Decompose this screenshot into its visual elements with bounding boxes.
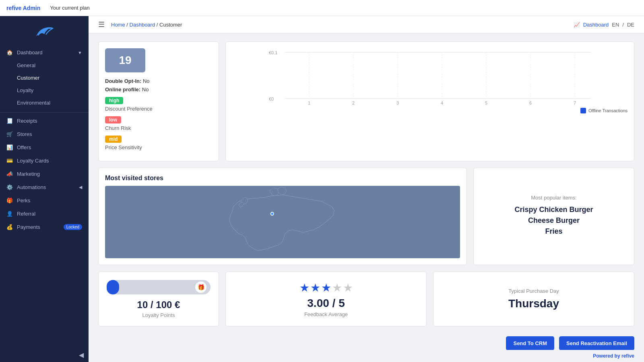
bottom-row: 🎁 10 / 100 € Loyalty Points ★ ★ ★ ★ ★ 3.… (98, 272, 634, 327)
popular-label: Most popular items: (531, 195, 576, 201)
topbar: refive Admin Your current plan (0, 0, 644, 16)
lang-separator: EN (612, 22, 619, 28)
chart-card: €0.1 €0 1 2 3 4 5 6 7 (225, 41, 634, 161)
star-4: ★ (332, 281, 342, 294)
purchase-day-label: Typical Purchase Day (508, 288, 559, 294)
powered-by-brand: refive (621, 353, 634, 359)
sidebar-item-customer[interactable]: Customer (0, 72, 89, 84)
loyalty-cards-icon: 💳 (6, 158, 13, 164)
topbar-plan: Your current plan (50, 5, 90, 11)
chart-legend: Offline Transactions (232, 108, 627, 113)
breadcrumb-dashboard[interactable]: Dashboard (130, 22, 155, 28)
sidebar-label-automations: Automations (17, 184, 46, 190)
send-reactivation-button[interactable]: Send Reactivation Email (559, 336, 634, 350)
automations-icon: ⚙️ (6, 184, 13, 190)
receipts-icon: 🧾 (6, 118, 13, 124)
hamburger-icon[interactable]: ☰ (98, 20, 105, 29)
sidebar-item-payments[interactable]: 💰 Payments Locked (0, 220, 89, 234)
header-dashboard-link[interactable]: Dashboard (583, 22, 609, 28)
svg-text:2: 2 (352, 101, 355, 105)
loyalty-points-value: 10 / 100 € (137, 299, 180, 311)
purchase-day-value: Thursday (508, 297, 559, 310)
online-profile-row: Online profile: No (105, 86, 212, 93)
svg-text:5: 5 (485, 101, 487, 105)
top-row: 19 Double Opt-In: No Online profile: No … (98, 41, 634, 161)
sidebar-label-perks: Perks (17, 197, 30, 204)
loyalty-gift-icon: 🎁 (195, 282, 206, 293)
price-label: Price Sensitivity (105, 144, 212, 150)
customer-info-card: 19 Double Opt-In: No Online profile: No … (98, 41, 219, 161)
feedback-score: 3.00 / 5 (307, 297, 345, 310)
sidebar-item-offers[interactable]: 📊 Offers (0, 141, 89, 154)
breadcrumb-home[interactable]: Home (111, 22, 125, 28)
star-1: ★ (299, 281, 310, 294)
marketing-icon: 📣 (6, 171, 13, 177)
send-to-crm-button[interactable]: Send To CRM (506, 336, 554, 350)
header-right: 📈 Dashboard EN / DE (574, 22, 634, 28)
svg-text:€0: €0 (269, 97, 274, 101)
svg-text:€0.1: €0.1 (269, 50, 277, 55)
map-container (105, 186, 460, 258)
feedback-card: ★ ★ ★ ★ ★ 3.00 / 5 Feedback Average (225, 272, 427, 327)
sidebar-section-dashboard: 🏠 Dashboard ▼ General Customer Loyalty E… (0, 44, 89, 111)
sidebar-label-loyalty-cards: Loyalty Cards (17, 158, 49, 164)
star-2: ★ (310, 281, 320, 294)
chart-area: €0.1 €0 1 2 3 4 5 6 7 (232, 48, 627, 113)
chevron-down-icon: ▼ (78, 50, 82, 55)
sidebar-item-general[interactable]: General (0, 59, 89, 72)
dashboard-icon: 🏠 (6, 49, 13, 56)
sidebar-item-marketing[interactable]: 📣 Marketing (0, 167, 89, 181)
star-3: ★ (321, 281, 331, 294)
sidebar-item-referral[interactable]: 👤 Referral (0, 207, 89, 220)
logo-icon (32, 24, 56, 40)
double-opt-in-row: Double Opt-In: No (105, 78, 212, 84)
svg-text:1: 1 (308, 101, 310, 105)
sidebar-item-loyalty[interactable]: Loyalty (0, 84, 89, 97)
svg-text:7: 7 (574, 101, 576, 105)
sidebar-label-marketing: Marketing (17, 171, 40, 177)
svg-text:4: 4 (441, 101, 443, 105)
sidebar-item-environmental[interactable]: Environmental (0, 97, 89, 109)
sidebar-item-dashboard[interactable]: 🏠 Dashboard ▼ (0, 46, 89, 59)
loyalty-slider: 🎁 (107, 280, 211, 294)
churn-badge: low (105, 116, 121, 123)
sidebar-item-stores[interactable]: 🛒 Stores (0, 128, 89, 141)
legend-label: Offline Transactions (588, 108, 627, 113)
loyalty-points-card: 🎁 10 / 100 € Loyalty Points (98, 272, 219, 327)
main-content: 19 Double Opt-In: No Online profile: No … (89, 33, 644, 350)
payments-badge: Locked (64, 224, 82, 230)
discount-badge: high (105, 97, 123, 104)
sidebar-label-referral: Referral (17, 211, 35, 217)
svg-point-18 (270, 212, 274, 216)
purchase-day-card: Typical Purchase Day Thursday (433, 272, 634, 327)
discount-label: Discount Preference (105, 106, 212, 112)
chart-svg: €0.1 €0 1 2 3 4 5 6 7 (232, 48, 627, 105)
chart-icon: 📈 (574, 22, 580, 28)
sidebar-collapse[interactable]: ◀ (0, 348, 89, 362)
loyalty-points-label: Loyalty Points (142, 312, 175, 318)
app-body: 🏠 Dashboard ▼ General Customer Loyalty E… (0, 16, 644, 362)
offers-icon: 📊 (6, 144, 13, 150)
sidebar-item-automations[interactable]: ⚙️ Automations ◀ (0, 181, 89, 194)
churn-label: Churn Risk (105, 125, 212, 131)
customer-number: 19 (105, 48, 145, 72)
sidebar-label-offers: Offers (17, 144, 31, 150)
content-area: ☰ Home / Dashboard / Customer 📈 Dashboar… (89, 16, 644, 362)
chevron-left-icon: ◀ (79, 185, 82, 190)
powered-by-label: Powered by (593, 353, 620, 359)
content-header: ☰ Home / Dashboard / Customer 📈 Dashboar… (89, 16, 644, 33)
lang-de[interactable]: DE (627, 22, 634, 28)
breadcrumb: Home / Dashboard / Customer (111, 22, 182, 28)
map-title: Most visited stores (105, 175, 460, 182)
popular-items-card: Most popular items: Crispy Chicken Burge… (473, 168, 634, 265)
sidebar-item-perks[interactable]: 🎁 Perks (0, 194, 89, 207)
sidebar-label-receipts: Receipts (17, 118, 37, 124)
sidebar-label-dashboard: Dashboard (17, 49, 43, 56)
popular-item-3: Fries (545, 227, 562, 236)
map-card: Most visited stores (98, 168, 467, 265)
topbar-brand: refive Admin (6, 5, 40, 11)
popular-item-2: Cheese Burger (528, 216, 580, 225)
star-rating: ★ ★ ★ ★ ★ (299, 281, 353, 294)
sidebar-item-receipts[interactable]: 🧾 Receipts (0, 114, 89, 128)
sidebar-item-loyalty-cards[interactable]: 💳 Loyalty Cards (0, 154, 89, 167)
